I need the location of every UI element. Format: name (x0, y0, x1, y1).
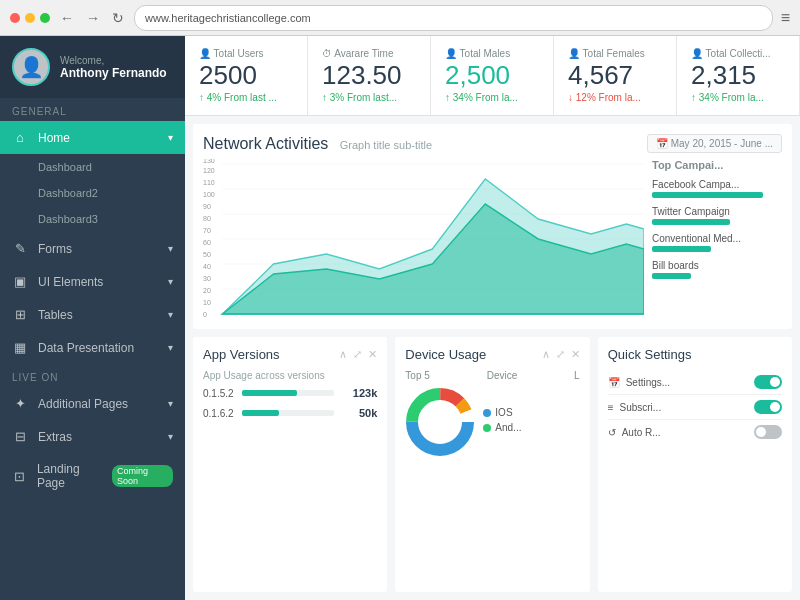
sidebar-item-tables[interactable]: ⊞ Tables ▾ (0, 298, 185, 331)
close-button[interactable] (10, 13, 20, 23)
chart-title: Network Activities (203, 135, 328, 152)
settings-item-1: 📅 Settings... (608, 370, 782, 395)
date-badge[interactable]: 📅 May 20, 2015 - June ... (647, 134, 782, 153)
toggle-1[interactable] (754, 375, 782, 389)
version-bar-bg-2 (242, 410, 335, 416)
legend-item-android: And... (483, 422, 521, 433)
sidebar-item-extras[interactable]: ⊟ Extras ▾ (0, 420, 185, 453)
sidebar-item-landing-page[interactable]: ⊡ Landing Page Coming Soon (0, 453, 185, 499)
females-icon: 👤 (568, 48, 580, 59)
campaigns-title: Top Campai... (652, 159, 782, 171)
close-icon[interactable]: ✕ (368, 348, 377, 361)
campaign-item-conventional: Conventional Med... (652, 233, 782, 252)
app-versions-title: App Versions (203, 347, 339, 362)
legend-item-ios: IOS (483, 407, 521, 418)
svg-text:80: 80 (203, 214, 211, 224)
version-bar-fill-1 (242, 390, 298, 396)
sidebar-item-home-label: Home (38, 131, 70, 145)
sidebar-item-dashboard2[interactable]: Dashboard2 (0, 180, 185, 206)
live-on-label: LIVE ON (0, 364, 185, 387)
toggle-3[interactable] (754, 425, 782, 439)
sidebar-item-extras-label: Extras (38, 430, 72, 444)
sort-icon[interactable]: ∧ (339, 348, 347, 361)
svg-text:130: 130 (203, 159, 215, 165)
android-label: And... (495, 422, 521, 433)
sidebar-item-ui-elements[interactable]: ▣ UI Elements ▾ (0, 265, 185, 298)
version-label-2: 0.1.6.2 (203, 408, 234, 419)
expand-icon-2[interactable]: ⤢ (556, 348, 565, 361)
sidebar-item-additional-pages[interactable]: ✦ Additional Pages ▾ (0, 387, 185, 420)
profile-section: 👤 Welcome, Anthony Fernando (0, 36, 185, 98)
maximize-button[interactable] (40, 13, 50, 23)
campaign-bar-billboards (652, 273, 691, 279)
top5-label: Top 5 (405, 370, 429, 381)
device-chart-area: IOS And... (405, 387, 579, 457)
device-usage-header: Device Usage ∧ ⤢ ✕ (405, 347, 579, 362)
minimize-button[interactable] (25, 13, 35, 23)
reload-button[interactable]: ↻ (110, 10, 126, 26)
tables-icon: ⊞ (12, 307, 28, 322)
sort-icon-2[interactable]: ∧ (542, 348, 550, 361)
version-item-1: 0.1.5.2 123k (203, 387, 377, 399)
svg-text:40: 40 (203, 262, 211, 272)
settings-label-2: Subscri... (620, 402, 662, 413)
android-dot (483, 424, 491, 432)
version-bar-fill-2 (242, 410, 279, 416)
stat-total-females: 👤 Total Females 4,567 ↓ 12% From la... (554, 36, 677, 115)
campaign-name-twitter: Twitter Campaign (652, 206, 782, 217)
quick-settings-title: Quick Settings (608, 347, 782, 362)
sidebar-item-ui-label: UI Elements (38, 275, 103, 289)
close-icon-2[interactable]: ✕ (571, 348, 580, 361)
stat-males-value: 2,500 (445, 61, 539, 90)
sidebar-item-forms[interactable]: ✎ Forms ▾ (0, 232, 185, 265)
stat-total-users: 👤 Total Users 2500 ↑ 4% From last ... (185, 36, 308, 115)
svg-text:110: 110 (203, 178, 215, 188)
campaign-bar-facebook (652, 192, 763, 198)
extras-icon: ⊟ (12, 429, 28, 444)
app-usage-label: App Usage across versions (203, 370, 377, 381)
stat-collection-change: ↑ 34% From la... (691, 92, 785, 103)
version-bar-bg-1 (242, 390, 335, 396)
campaign-item-billboards: Bill boards (652, 260, 782, 279)
general-label: GENERAL (0, 98, 185, 121)
coming-soon-badge: Coming Soon (112, 465, 173, 487)
donut-svg (405, 387, 475, 457)
version-count-2: 50k (342, 407, 377, 419)
address-bar[interactable]: www.heritagechristiancollege.com (134, 5, 773, 31)
sidebar: 👤 Welcome, Anthony Fernando GENERAL ⌂ Ho… (0, 36, 185, 600)
chevron-right-icon-2: ▾ (168, 276, 173, 287)
chevron-down-icon: ▾ (168, 132, 173, 143)
chart-header: Network Activities Graph title sub-title… (203, 134, 782, 153)
sidebar-item-dashboard[interactable]: Dashboard (0, 154, 185, 180)
panel-actions: ∧ ⤢ ✕ (339, 348, 377, 361)
settings-item-3: ↺ Auto R... (608, 420, 782, 444)
version-count-1: 123k (342, 387, 377, 399)
sidebar-item-home[interactable]: ⌂ Home ▾ (0, 121, 185, 154)
forward-button[interactable]: → (84, 10, 102, 26)
campaign-bar-conventional (652, 246, 711, 252)
users-icon: 👤 (199, 48, 211, 59)
svg-text:60: 60 (203, 238, 211, 248)
toggle-2[interactable] (754, 400, 782, 414)
sidebar-item-dashboard3[interactable]: Dashboard3 (0, 206, 185, 232)
stat-time-value: 123.50 (322, 61, 416, 90)
back-button[interactable]: ← (58, 10, 76, 26)
user-name: Anthony Fernando (60, 66, 167, 80)
avatar: 👤 (12, 48, 50, 86)
list-icon: ≡ (608, 402, 614, 413)
chevron-right-icon: ▾ (168, 243, 173, 254)
expand-icon[interactable]: ⤢ (353, 348, 362, 361)
menu-icon[interactable]: ≡ (781, 9, 790, 27)
top-campaigns: Top Campai... Facebook Campa... Twitter … (652, 159, 782, 319)
stat-males-change: ↑ 34% From la... (445, 92, 539, 103)
home-icon: ⌂ (12, 130, 28, 145)
stat-total-collection: 👤 Total Collecti... 2,315 ↑ 34% From la.… (677, 36, 800, 115)
males-icon: 👤 (445, 48, 457, 59)
landing-icon: ⊡ (12, 469, 27, 484)
version-item-2: 0.1.6.2 50k (203, 407, 377, 419)
device-label: Device (487, 370, 518, 381)
area-chart: 0 10 20 30 40 50 60 70 80 90 100 110 120… (203, 159, 644, 319)
sidebar-item-data-presentation[interactable]: ▦ Data Presentation ▾ (0, 331, 185, 364)
chevron-right-icon-3: ▾ (168, 309, 173, 320)
stat-time-change: ↑ 3% From last... (322, 92, 416, 103)
